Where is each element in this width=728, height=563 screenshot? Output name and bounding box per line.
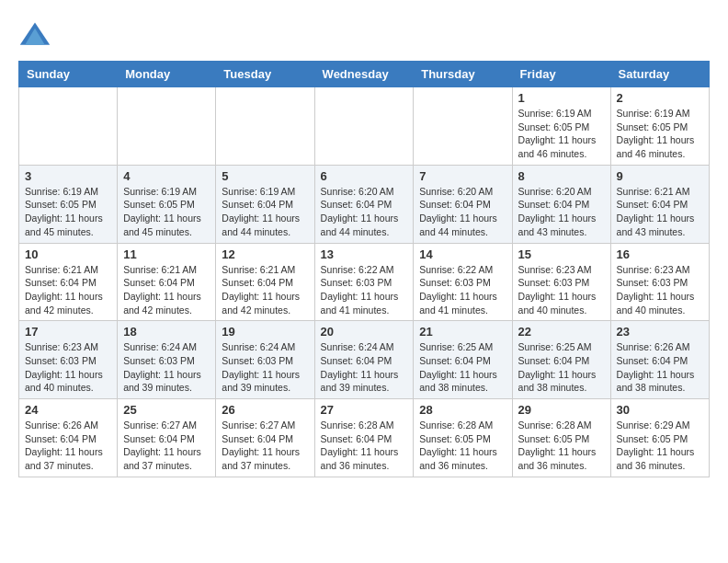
day-info: Sunrise: 6:26 AM Sunset: 6:04 PM Dayligh… [25,419,111,473]
day-info: Sunrise: 6:29 AM Sunset: 6:05 PM Dayligh… [617,419,703,473]
day-info: Sunrise: 6:27 AM Sunset: 6:04 PM Dayligh… [222,419,308,473]
day-number: 7 [419,169,506,183]
day-number: 12 [222,247,308,261]
calendar-cell: 8Sunrise: 6:20 AM Sunset: 6:04 PM Daylig… [512,165,610,243]
day-number: 5 [222,169,308,183]
calendar-cell: 9Sunrise: 6:21 AM Sunset: 6:04 PM Daylig… [610,165,709,243]
calendar-cell: 5Sunrise: 6:19 AM Sunset: 6:04 PM Daylig… [216,165,314,243]
calendar-cell: 14Sunrise: 6:22 AM Sunset: 6:03 PM Dayli… [414,243,512,321]
calendar-cell: 30Sunrise: 6:29 AM Sunset: 6:05 PM Dayli… [610,399,709,477]
day-info: Sunrise: 6:20 AM Sunset: 6:04 PM Dayligh… [321,185,408,239]
calendar-cell [19,87,118,166]
day-info: Sunrise: 6:22 AM Sunset: 6:03 PM Dayligh… [419,263,506,317]
day-number: 6 [321,169,408,183]
day-number: 19 [222,325,308,339]
day-info: Sunrise: 6:19 AM Sunset: 6:05 PM Dayligh… [518,107,605,161]
day-info: Sunrise: 6:20 AM Sunset: 6:04 PM Dayligh… [518,185,605,239]
calendar-cell: 24Sunrise: 6:26 AM Sunset: 6:04 PM Dayli… [19,399,118,477]
day-number: 24 [25,403,111,417]
calendar-table: SundayMondayTuesdayWednesdayThursdayFrid… [18,61,710,477]
day-number: 18 [123,325,210,339]
day-info: Sunrise: 6:24 AM Sunset: 6:03 PM Dayligh… [222,340,308,395]
day-number: 15 [518,247,605,261]
day-number: 28 [419,403,506,417]
day-number: 8 [518,169,605,183]
day-number: 26 [222,403,308,417]
day-info: Sunrise: 6:21 AM Sunset: 6:04 PM Dayligh… [25,263,111,317]
day-number: 21 [419,325,506,339]
calendar-cell: 12Sunrise: 6:21 AM Sunset: 6:04 PM Dayli… [216,243,314,321]
day-number: 14 [419,247,506,261]
day-info: Sunrise: 6:27 AM Sunset: 6:04 PM Dayligh… [123,419,210,473]
calendar-cell: 21Sunrise: 6:25 AM Sunset: 6:04 PM Dayli… [414,321,512,399]
day-info: Sunrise: 6:20 AM Sunset: 6:04 PM Dayligh… [419,185,506,239]
day-number: 16 [617,247,703,261]
day-info: Sunrise: 6:24 AM Sunset: 6:04 PM Dayligh… [321,340,408,395]
calendar-header-row: SundayMondayTuesdayWednesdayThursdayFrid… [19,62,710,87]
day-info: Sunrise: 6:19 AM Sunset: 6:05 PM Dayligh… [123,185,210,239]
day-info: Sunrise: 6:23 AM Sunset: 6:03 PM Dayligh… [518,263,605,317]
day-of-week-header: Tuesday [216,62,314,87]
day-of-week-header: Wednesday [314,62,414,87]
day-info: Sunrise: 6:23 AM Sunset: 6:03 PM Dayligh… [617,263,703,317]
day-info: Sunrise: 6:25 AM Sunset: 6:04 PM Dayligh… [518,340,605,395]
day-number: 22 [518,325,605,339]
day-info: Sunrise: 6:22 AM Sunset: 6:03 PM Dayligh… [321,263,408,317]
calendar-cell: 1Sunrise: 6:19 AM Sunset: 6:05 PM Daylig… [512,87,610,166]
calendar-cell: 7Sunrise: 6:20 AM Sunset: 6:04 PM Daylig… [414,165,512,243]
day-number: 9 [617,169,703,183]
day-info: Sunrise: 6:19 AM Sunset: 6:05 PM Dayligh… [617,107,703,161]
calendar-cell: 25Sunrise: 6:27 AM Sunset: 6:04 PM Dayli… [118,399,216,477]
calendar-cell [216,87,314,166]
calendar-cell [414,87,512,166]
day-number: 13 [321,247,408,261]
day-info: Sunrise: 6:28 AM Sunset: 6:05 PM Dayligh… [419,419,506,473]
day-info: Sunrise: 6:26 AM Sunset: 6:04 PM Dayligh… [617,340,703,395]
day-number: 23 [617,325,703,339]
day-number: 25 [123,403,210,417]
day-number: 2 [617,91,703,105]
day-number: 20 [321,325,408,339]
day-info: Sunrise: 6:24 AM Sunset: 6:03 PM Dayligh… [123,340,210,395]
calendar-week-row: 17Sunrise: 6:23 AM Sunset: 6:03 PM Dayli… [19,321,710,399]
calendar-cell: 6Sunrise: 6:20 AM Sunset: 6:04 PM Daylig… [314,165,414,243]
calendar-week-row: 3Sunrise: 6:19 AM Sunset: 6:05 PM Daylig… [19,165,710,243]
day-info: Sunrise: 6:21 AM Sunset: 6:04 PM Dayligh… [222,263,308,317]
day-of-week-header: Monday [118,62,216,87]
calendar-cell: 18Sunrise: 6:24 AM Sunset: 6:03 PM Dayli… [118,321,216,399]
logo-icon [18,18,51,52]
calendar-cell: 23Sunrise: 6:26 AM Sunset: 6:04 PM Dayli… [610,321,709,399]
calendar-cell: 13Sunrise: 6:22 AM Sunset: 6:03 PM Dayli… [314,243,414,321]
logo [18,18,55,52]
day-of-week-header: Friday [512,62,610,87]
calendar-cell: 11Sunrise: 6:21 AM Sunset: 6:04 PM Dayli… [118,243,216,321]
calendar-cell: 2Sunrise: 6:19 AM Sunset: 6:05 PM Daylig… [610,87,709,166]
calendar-cell: 10Sunrise: 6:21 AM Sunset: 6:04 PM Dayli… [19,243,118,321]
calendar-cell: 29Sunrise: 6:28 AM Sunset: 6:05 PM Dayli… [512,399,610,477]
calendar-cell [314,87,414,166]
day-info: Sunrise: 6:28 AM Sunset: 6:05 PM Dayligh… [518,419,605,473]
calendar-cell: 4Sunrise: 6:19 AM Sunset: 6:05 PM Daylig… [118,165,216,243]
day-number: 11 [123,247,210,261]
calendar-cell: 20Sunrise: 6:24 AM Sunset: 6:04 PM Dayli… [314,321,414,399]
day-number: 27 [321,403,408,417]
calendar-week-row: 24Sunrise: 6:26 AM Sunset: 6:04 PM Dayli… [19,399,710,477]
day-number: 1 [518,91,605,105]
page-header [18,18,710,52]
day-info: Sunrise: 6:23 AM Sunset: 6:03 PM Dayligh… [25,340,111,395]
day-info: Sunrise: 6:19 AM Sunset: 6:05 PM Dayligh… [25,185,111,239]
calendar-cell [118,87,216,166]
calendar-cell: 28Sunrise: 6:28 AM Sunset: 6:05 PM Dayli… [414,399,512,477]
calendar-cell: 22Sunrise: 6:25 AM Sunset: 6:04 PM Dayli… [512,321,610,399]
day-number: 17 [25,325,111,339]
day-number: 29 [518,403,605,417]
day-number: 4 [123,169,210,183]
day-number: 30 [617,403,703,417]
day-info: Sunrise: 6:25 AM Sunset: 6:04 PM Dayligh… [419,340,506,395]
day-info: Sunrise: 6:19 AM Sunset: 6:04 PM Dayligh… [222,185,308,239]
calendar-week-row: 10Sunrise: 6:21 AM Sunset: 6:04 PM Dayli… [19,243,710,321]
day-info: Sunrise: 6:21 AM Sunset: 6:04 PM Dayligh… [123,263,210,317]
calendar-week-row: 1Sunrise: 6:19 AM Sunset: 6:05 PM Daylig… [19,87,710,166]
calendar-cell: 3Sunrise: 6:19 AM Sunset: 6:05 PM Daylig… [19,165,118,243]
day-info: Sunrise: 6:28 AM Sunset: 6:04 PM Dayligh… [321,419,408,473]
